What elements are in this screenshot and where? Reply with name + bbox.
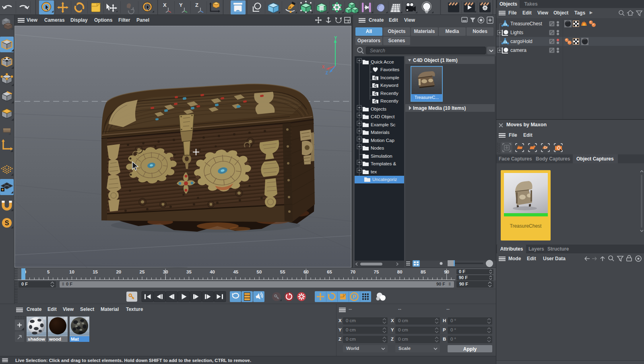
svg-text:15: 15 — [93, 269, 98, 274]
svg-text:Keyword: Keyword — [380, 83, 398, 88]
svg-text:Y: Y — [334, 35, 337, 40]
svg-text:Uncategoriz: Uncategoriz — [372, 177, 397, 182]
svg-text:Z: Z — [326, 71, 328, 75]
svg-text:Nodes: Nodes — [371, 146, 384, 150]
svg-text:55: 55 — [280, 269, 285, 274]
svg-text:70: 70 — [350, 269, 355, 274]
svg-text:P: P — [353, 294, 356, 300]
svg-text:X: X — [322, 65, 325, 69]
svg-text:20: 20 — [116, 269, 121, 274]
svg-text:Recently: Recently — [380, 91, 398, 96]
svg-text:Recently: Recently — [380, 99, 398, 103]
svg-text:Motion Cap: Motion Cap — [371, 138, 394, 143]
svg-text:65: 65 — [327, 269, 332, 274]
svg-text:Simulation: Simulation — [371, 154, 392, 158]
svg-text:35: 35 — [186, 269, 192, 274]
svg-text:45: 45 — [233, 269, 238, 274]
svg-text:Y: Y — [179, 2, 183, 8]
svg-text:80: 80 — [397, 269, 402, 274]
svg-text:camera: camera — [510, 47, 526, 53]
svg-text:Example Sc: Example Sc — [371, 122, 396, 127]
svg-text:85: 85 — [421, 269, 426, 274]
svg-text:Z: Z — [195, 2, 198, 8]
svg-text:25: 25 — [140, 269, 145, 274]
svg-text:S: S — [5, 220, 9, 226]
svg-text:TreasureChest: TreasureChest — [510, 21, 543, 27]
svg-text:Materials: Materials — [371, 130, 390, 135]
svg-text:C4D Object: C4D Object — [371, 114, 395, 119]
svg-text:cargoHold: cargoHold — [510, 39, 533, 44]
svg-text:50: 50 — [257, 269, 262, 274]
svg-text:Quick Acce: Quick Acce — [371, 60, 394, 64]
svg-text:Favorites: Favorites — [380, 67, 400, 72]
svg-text:X: X — [163, 2, 167, 8]
svg-text:5: 5 — [47, 269, 50, 274]
svg-text:tex: tex — [371, 169, 377, 174]
svg-text:Objects: Objects — [371, 107, 386, 111]
svg-text:Incomple: Incomple — [380, 75, 399, 80]
svg-text:40: 40 — [210, 269, 215, 274]
svg-text:Lights: Lights — [510, 30, 523, 35]
svg-text:Templates &: Templates & — [371, 161, 396, 166]
svg-text:10: 10 — [69, 269, 74, 274]
svg-text:75: 75 — [374, 269, 379, 274]
